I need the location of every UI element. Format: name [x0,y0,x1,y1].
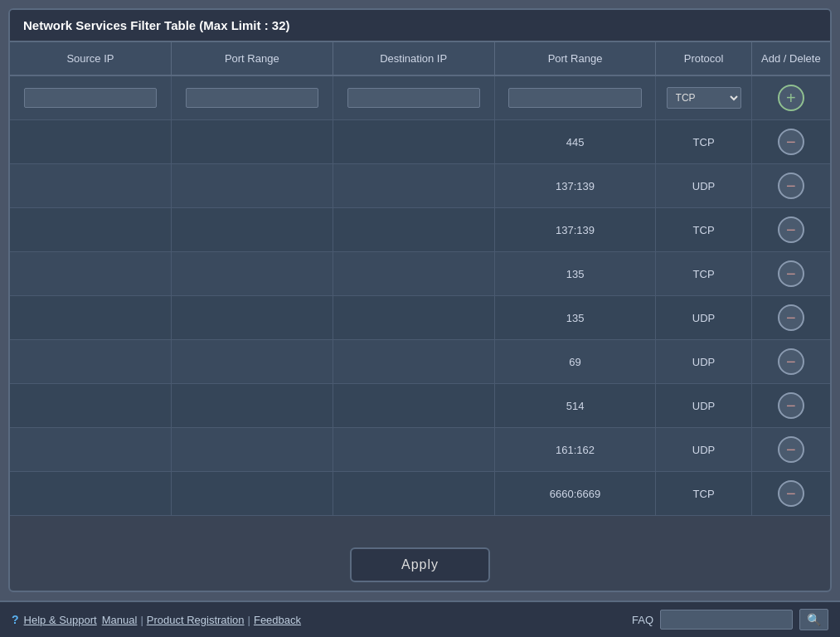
help-support-link[interactable]: Help & Support [24,614,97,626]
table-row: 135TCP− [10,252,830,296]
cell-delete[interactable]: − [751,384,830,428]
panel-title: Network Services Filter Table (Max Limit… [10,10,830,42]
cell-0 [10,384,171,428]
table-wrapper: Source IP Port Range Destination IP Port… [10,42,830,536]
cell-0 [10,120,171,164]
manual-link[interactable]: Manual [102,614,138,626]
port-range1-input[interactable] [186,88,318,108]
table-row: 514UDP− [10,384,830,428]
table-row: 137:139TCP− [10,208,830,252]
faq-label: FAQ [632,614,653,626]
cell-4: UDP [656,384,751,428]
col-port-range-1: Port Range [171,42,333,75]
faq-search-input[interactable] [660,610,793,630]
table-row: 161:162UDP− [10,428,830,472]
cell-4: TCP [656,252,751,296]
cell-0 [10,428,171,472]
table-header-row: Source IP Port Range Destination IP Port… [10,42,830,75]
col-dest-ip: Destination IP [333,42,494,75]
apply-section: Apply [10,536,830,591]
table-row: 445TCP− [10,120,830,164]
cell-add-button[interactable]: + [751,75,830,120]
col-add-delete: Add / Delete [751,42,830,75]
faq-search-button[interactable]: 🔍 [799,609,828,630]
cell-1 [171,472,333,516]
cell-delete[interactable]: − [751,340,830,384]
footer-help: Help & Support [24,614,97,626]
cell-4: UDP [656,296,751,340]
delete-row-button[interactable]: − [778,129,804,155]
col-source-ip: Source IP [10,42,171,75]
cell-delete[interactable]: − [751,252,830,296]
cell-delete[interactable]: − [751,428,830,472]
delete-row-button[interactable]: − [778,260,804,287]
footer: ? Help & Support Manual | Product Regist… [0,601,840,637]
cell-2 [333,384,494,428]
cell-3: 161:162 [494,428,656,472]
cell-0 [10,296,171,340]
table-row: 137:139UDP− [10,164,830,208]
cell-2 [333,208,494,252]
delete-row-button[interactable]: − [778,216,804,243]
cell-delete[interactable]: − [751,120,830,164]
cell-port-range1-input[interactable] [171,75,333,120]
cell-2 [333,164,494,208]
cell-1 [171,120,333,164]
cell-port-range2-input[interactable] [494,75,656,120]
table-row: 135UDP− [10,296,830,340]
cell-3: 135 [494,252,656,296]
cell-3: 137:139 [494,208,656,252]
cell-3: 69 [494,340,656,384]
delete-row-button[interactable]: − [778,436,804,463]
delete-row-button[interactable]: − [778,304,804,331]
cell-0 [10,208,171,252]
cell-4: TCP [656,472,751,516]
cell-0 [10,472,171,516]
source-ip-input[interactable] [24,88,157,108]
cell-delete[interactable]: − [751,164,830,208]
cell-4: TCP [656,208,751,252]
footer-faq: FAQ 🔍 [632,609,828,630]
cell-delete[interactable]: − [751,296,830,340]
delete-row-button[interactable]: − [778,348,804,375]
apply-button[interactable]: Apply [350,547,490,582]
cell-4: UDP [656,164,751,208]
protocol-select[interactable]: TCP UDP Both [667,87,741,109]
cell-4: TCP [656,120,751,164]
filter-table-panel: Network Services Filter Table (Max Limit… [8,8,832,592]
product-registration-link[interactable]: Product Registration [147,614,245,626]
delete-row-button[interactable]: − [778,480,804,507]
cell-3: 137:139 [494,164,656,208]
question-icon: ? [12,613,19,626]
delete-row-button[interactable]: − [778,392,804,419]
cell-2 [333,296,494,340]
cell-4: UDP [656,428,751,472]
cell-3: 6660:6669 [494,472,656,516]
cell-4: UDP [656,340,751,384]
cell-2 [333,472,494,516]
cell-1 [171,384,333,428]
input-row: TCP UDP Both + [10,75,830,120]
cell-1 [171,164,333,208]
cell-source-ip-input[interactable] [10,75,171,120]
cell-2 [333,428,494,472]
delete-row-button[interactable]: − [778,173,804,199]
dest-ip-input[interactable] [347,88,480,108]
cell-0 [10,340,171,384]
feedback-link[interactable]: Feedback [254,614,301,626]
cell-1 [171,208,333,252]
add-row-button[interactable]: + [778,85,804,111]
cell-0 [10,164,171,208]
cell-2 [333,252,494,296]
table-row: 6660:6669TCP− [10,472,830,516]
cell-3: 135 [494,296,656,340]
cell-protocol-select[interactable]: TCP UDP Both [656,75,751,120]
cell-3: 514 [494,384,656,428]
cell-dest-ip-input[interactable] [333,75,494,120]
cell-delete[interactable]: − [751,472,830,516]
cell-1 [171,428,333,472]
port-range2-input[interactable] [508,88,641,108]
cell-delete[interactable]: − [751,208,830,252]
sep-1: | [140,614,143,626]
cell-0 [10,252,171,296]
